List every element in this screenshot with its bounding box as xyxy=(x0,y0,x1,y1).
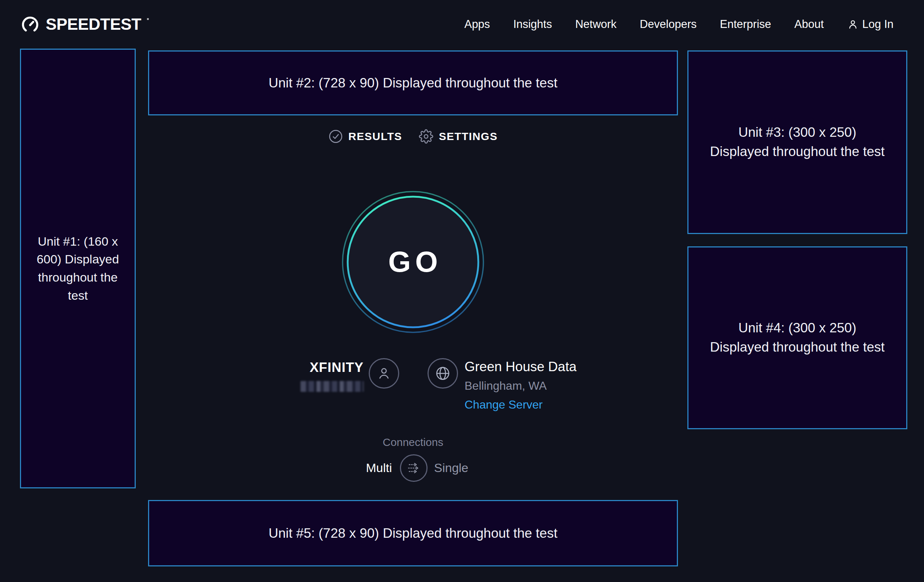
login-button[interactable]: Log In xyxy=(847,18,894,31)
ad-unit-4-text: Unit #4: (300 x 250) Displayed throughou… xyxy=(710,318,885,357)
ad-unit-2-text: Unit #2: (728 x 90) Displayed throughout… xyxy=(269,76,558,91)
ad-unit-4-rectangle: Unit #4: (300 x 250) Displayed throughou… xyxy=(687,246,907,429)
ad-unit-1-text: Unit #1: (160 x 600) Displayed throughou… xyxy=(33,232,123,305)
top-nav: SPEEDTEST Apps Insights Network Develope… xyxy=(0,0,924,49)
isp-name: XFINITY xyxy=(300,360,364,375)
connections-multi-option[interactable]: Multi xyxy=(366,461,392,475)
connections-toggle[interactable] xyxy=(400,454,427,482)
tabs-row: RESULTS SETTINGS xyxy=(148,129,678,144)
gear-icon xyxy=(419,129,433,144)
isp-avatar xyxy=(369,358,399,389)
nav-links: Apps Insights Network Developers Enterpr… xyxy=(464,18,894,31)
isp-detail-redacted-text xyxy=(300,381,364,392)
nav-item-insights[interactable]: Insights xyxy=(513,18,552,31)
change-server-link[interactable]: Change Server xyxy=(465,398,543,411)
person-icon xyxy=(376,365,392,381)
connections-label: Connections xyxy=(148,436,678,448)
ad-unit-2-leaderboard: Unit #2: (728 x 90) Displayed throughout… xyxy=(148,50,678,115)
tab-settings[interactable]: SETTINGS xyxy=(419,129,498,144)
logo-trademark-dot xyxy=(147,18,149,20)
tab-settings-label: SETTINGS xyxy=(439,130,498,143)
ad-unit-3-text: Unit #3: (300 x 250) Displayed throughou… xyxy=(710,123,885,161)
speedometer-gauge-icon xyxy=(20,15,40,34)
nav-item-about[interactable]: About xyxy=(794,18,824,31)
ad-unit-3-rectangle: Unit #3: (300 x 250) Displayed throughou… xyxy=(687,50,907,234)
multi-connections-arrows-icon xyxy=(405,460,422,476)
user-icon xyxy=(847,18,859,30)
server-name: Green House Data xyxy=(465,359,577,374)
ad-unit-1-skyscraper: Unit #1: (160 x 600) Displayed throughou… xyxy=(20,49,136,488)
ad-unit-5-text: Unit #5: (728 x 90) Displayed throughout… xyxy=(269,526,558,541)
ad-unit-5-leaderboard: Unit #5: (728 x 90) Displayed throughout… xyxy=(148,500,678,566)
globe-icon xyxy=(435,365,451,381)
nav-item-developers[interactable]: Developers xyxy=(640,18,697,31)
nav-item-apps[interactable]: Apps xyxy=(464,18,490,31)
logo-text: SPEEDTEST xyxy=(46,14,141,35)
server-location: Bellingham, WA xyxy=(465,379,577,392)
go-button-label: GO xyxy=(341,190,485,334)
server-avatar xyxy=(427,358,458,389)
login-label: Log In xyxy=(862,18,894,31)
tab-results[interactable]: RESULTS xyxy=(328,129,402,144)
nav-item-network[interactable]: Network xyxy=(575,18,617,31)
connections-single-option[interactable]: Single xyxy=(434,461,469,475)
tab-results-label: RESULTS xyxy=(348,130,402,143)
nav-item-enterprise[interactable]: Enterprise xyxy=(720,18,771,31)
speedtest-page: SPEEDTEST Apps Insights Network Develope… xyxy=(0,0,924,582)
isp-info: XFINITY xyxy=(300,360,364,392)
server-info: Green House Data Bellingham, WA Change S… xyxy=(465,359,577,411)
check-circle-icon xyxy=(328,129,343,144)
go-button[interactable]: GO xyxy=(341,190,485,334)
speedtest-logo[interactable]: SPEEDTEST xyxy=(20,14,149,35)
